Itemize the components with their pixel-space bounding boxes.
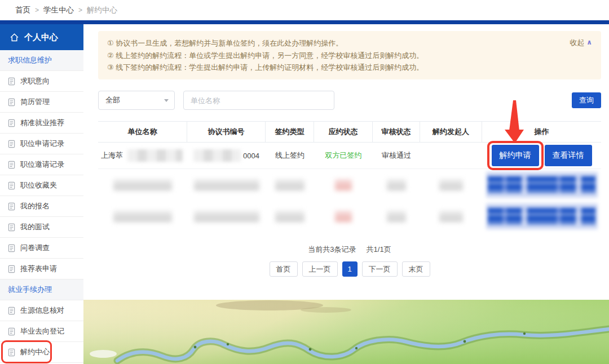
chevron-up-icon: ∧ [586,37,592,49]
filter-bar: 全部 查询 [98,91,601,110]
notice-line: ③ 线下签约的解约流程：学生提出解约申请，上传解约证明材料，经学校审核通过后则解… [107,61,533,74]
sidebar-item-my-interview[interactable]: 我的面试 [0,217,83,238]
document-icon [7,327,16,336]
terminate-apply-button[interactable]: 解约申请 [492,145,539,166]
sidebar-item-resume-management[interactable]: 简历管理 [0,92,83,113]
redacted-text [335,179,352,190]
document-icon [7,307,16,315]
section-label: 求职信息维护 [8,55,52,65]
sidebar-item-label: 职位申请记录 [20,139,64,149]
sidebar-header-label: 个人中心 [24,32,58,43]
table-header-row: 单位名称 协议书编号 签约类型 应约状态 审核状态 解约发起人 操作 [98,121,601,143]
redacted-text [194,211,259,222]
redacted-cell [266,179,314,190]
redacted-cell [314,179,373,190]
pager: 首页 上一页 1 下一页 末页 [98,261,601,277]
redacted-cell [187,179,266,190]
redacted-text [439,179,463,190]
sidebar-item-label: 职位收藏夹 [20,180,57,190]
search-button[interactable]: 查询 [572,92,601,108]
redacted-cell [314,211,373,222]
sidebar-item-student-source-verification[interactable]: 生源信息核对 [0,300,83,321]
column-header-agreement-no: 协议书编号 [187,122,266,142]
cell-actions: 解约申请 查看详情 [482,145,601,166]
notice-line: ① 协议书一旦生成，若想解约并与新单位签约，须在此处办理解约操作。 [107,37,533,50]
sidebar-section-employment-procedures: 就业手续办理 [0,279,83,300]
redacted-cell [98,179,187,190]
document-icon [7,348,16,357]
sidebar-item-position-application-records[interactable]: 职位申请记录 [0,134,83,154]
document-icon [7,119,16,127]
pagination-summary: 当前共3条记录 共1/1页 [98,245,601,255]
next-page-button[interactable]: 下一页 [362,261,398,277]
redacted-cell [482,203,601,229]
sidebar-item-graduation-destination-registration[interactable]: 毕业去向登记 [0,321,83,342]
sidebar-item-job-intention[interactable]: 求职意向 [0,71,83,92]
breadcrumb-current: 解约中心 [87,5,117,15]
table-row-redacted [98,169,601,201]
notice-line: ② 线上签约的解约流程：单位或学生提出解约申请，另一方同意，经学校审核通过后则解… [107,50,533,62]
sidebar-item-label: 职位邀请记录 [20,159,64,170]
last-page-button[interactable]: 末页 [402,261,430,277]
table-row: 上海萃 0004 线上签约 双方已签约 审核通过 解约申请 查看详情 [98,143,601,169]
notice-box: ① 协议书一旦生成，若想解约并与新单位签约，须在此处办理解约操作。 ② 线上签约… [98,31,601,79]
redacted-cell [187,211,266,222]
redacted-cell [420,211,482,222]
sidebar-item-label: 生源信息核对 [20,305,64,316]
breadcrumb-student-center[interactable]: 学生中心 [43,5,74,15]
sidebar-item-position-invitation-records[interactable]: 职位邀请记录 [0,154,83,175]
redacted-text [275,211,304,222]
document-icon [7,265,16,273]
home-icon [10,33,19,42]
current-page-button[interactable]: 1 [342,261,358,277]
document-icon [7,161,16,169]
footer-landscape-image [83,300,609,364]
document-icon [7,202,16,211]
company-name-text: 上海萃 [101,150,123,161]
sidebar-item-termination-center[interactable]: 解约中心 [0,342,83,363]
redacted-text [113,211,172,222]
redacted-text [127,149,183,162]
cell-company: 上海萃 [98,149,187,162]
sidebar-item-label: 我的报名 [20,201,50,211]
sidebar-item-recommendation-form-application[interactable]: 推荐表申请 [0,259,83,279]
first-page-button[interactable]: 首页 [270,261,298,277]
sidebar-item-questionnaire[interactable]: 问卷调查 [0,238,83,259]
redacted-action-buttons [486,172,598,198]
redacted-text [439,211,463,222]
redacted-text [387,179,406,190]
cell-sign-type: 线上签约 [266,150,314,161]
redacted-text [193,149,241,162]
sidebar-item-position-favorites[interactable]: 职位收藏夹 [0,175,83,196]
column-header-company: 单位名称 [98,122,187,142]
sidebar-item-label: 求职意向 [20,76,50,86]
company-name-input[interactable] [183,91,334,110]
breadcrumb-separator: > [35,6,39,14]
sidebar-item-my-registration[interactable]: 我的报名 [0,196,83,217]
column-header-sign-type: 签约类型 [266,122,314,142]
column-header-audit-status: 审核状态 [373,122,420,142]
breadcrumb-separator: > [78,6,82,14]
type-select[interactable]: 全部 [98,91,175,110]
prev-page-button[interactable]: 上一页 [302,261,338,277]
column-header-response-status: 应约状态 [314,122,373,142]
sidebar-item-label: 我的面试 [20,222,50,232]
sidebar-item-precise-job-recommendation[interactable]: 精准就业推荐 [0,113,83,134]
agreement-no-text: 0004 [243,152,259,160]
cell-response-status: 双方已签约 [314,150,373,161]
breadcrumb-home[interactable]: 首页 [15,5,30,15]
sidebar-item-label: 简历管理 [20,97,50,107]
sidebar-header: 个人中心 [0,24,83,50]
breadcrumb: 首页 > 学生中心 > 解约中心 [0,0,609,20]
document-icon [7,98,16,106]
chevron-down-icon [164,99,169,102]
document-icon [7,140,16,148]
sidebar-item-label: 毕业去向登记 [20,326,64,336]
view-details-button[interactable]: 查看详情 [545,145,592,166]
redacted-cell [98,211,187,222]
record-count-text: 当前共3条记录 [308,245,356,255]
redacted-text [335,211,352,222]
redacted-cell [266,211,314,222]
collapse-toggle[interactable]: 收起 ∧ [570,37,592,49]
cell-agreement-no: 0004 [187,149,266,162]
